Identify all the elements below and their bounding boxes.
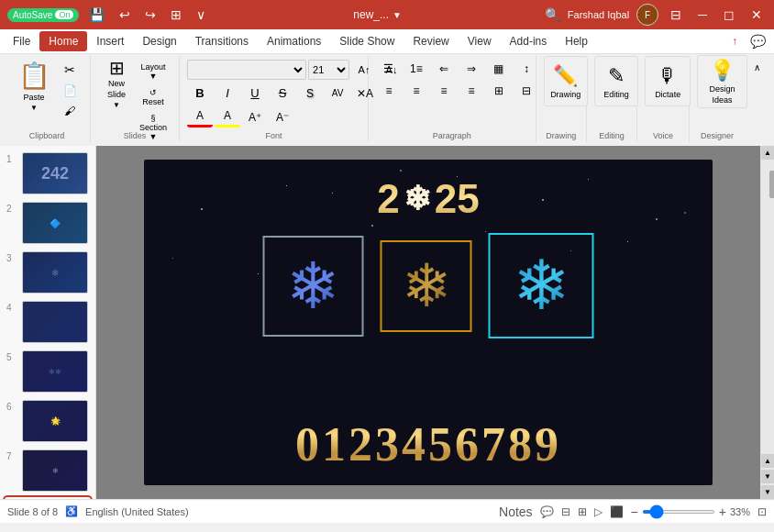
- menu-file[interactable]: File: [4, 31, 39, 51]
- font-name-select[interactable]: [187, 60, 306, 80]
- normal-view-button[interactable]: ⊟: [561, 505, 570, 518]
- restore-button[interactable]: ◻: [719, 6, 739, 24]
- increase-indent-button[interactable]: ⇒: [459, 60, 484, 78]
- slide-sorter-button[interactable]: ⊞: [578, 505, 587, 518]
- autosave-label: AutoSave: [13, 10, 52, 20]
- paragraph-group: ☰ 1≡ ⇐ ⇒ ▦ ↕ ≡ ≡ ≡ ≡ ⊞ ⊟ ⊞ Paragraph: [369, 56, 536, 142]
- slide-thumb-3: ❄: [22, 251, 88, 294]
- editing-button[interactable]: ✎ Editing: [594, 56, 638, 106]
- title-bar-center: new_... ▼: [353, 8, 402, 21]
- text-direction-button[interactable]: ⊞: [486, 82, 512, 100]
- scroll-down-button[interactable]: ▼: [761, 485, 775, 499]
- ribbon-display[interactable]: ⊟: [666, 6, 686, 24]
- zoom-in-button[interactable]: +: [719, 504, 726, 519]
- strikethrough-button[interactable]: S: [270, 83, 295, 103]
- menu-slideshow[interactable]: Slide Show: [330, 31, 404, 51]
- redo-button[interactable]: ↪: [140, 6, 160, 24]
- align-center-button[interactable]: ≡: [404, 82, 429, 100]
- numbering-button[interactable]: 1≡: [404, 60, 429, 78]
- more-button[interactable]: ∨: [192, 6, 210, 24]
- menu-help[interactable]: Help: [556, 31, 597, 51]
- comments-status-button[interactable]: 💬: [540, 505, 554, 518]
- status-right: Notes 💬 ⊟ ⊞ ▷ ⬛ − + 33% ⊡: [499, 504, 767, 519]
- shadow-button[interactable]: S: [297, 84, 323, 103]
- save-button[interactable]: 💾: [84, 6, 109, 24]
- menu-design[interactable]: Design: [133, 31, 185, 51]
- comments-button[interactable]: 💬: [746, 32, 770, 50]
- menu-review[interactable]: Review: [404, 31, 458, 51]
- menu-insert[interactable]: Insert: [87, 31, 133, 51]
- status-left: Slide 8 of 8 ♿ English (United States): [7, 505, 189, 517]
- font-size-up-button[interactable]: A⁺: [242, 108, 268, 127]
- search-icon[interactable]: 🔍: [545, 7, 560, 22]
- font-size-select[interactable]: 21: [308, 60, 349, 80]
- customize-button[interactable]: ⊞: [166, 6, 186, 24]
- slide-item-3[interactable]: 3 ❄: [5, 249, 91, 295]
- columns-button[interactable]: ▦: [486, 60, 512, 78]
- user-avatar: F: [636, 4, 658, 26]
- reset-button[interactable]: ↺ Reset: [135, 85, 171, 109]
- close-button[interactable]: ✕: [746, 6, 767, 24]
- canvas-area: 2 ❄ 25 ❄ ❄ ❄ 012345: [96, 146, 760, 499]
- zoom-out-button[interactable]: −: [631, 504, 638, 519]
- slide-item-8[interactable]: 8 2✿25 ❄ ❄ ❄ 0123...: [5, 497, 91, 499]
- design-ideas-button[interactable]: 💡 Design Ideas: [697, 55, 747, 108]
- menu-home[interactable]: Home: [39, 31, 87, 51]
- scrollbar: ▲ ▲ ▼ ▼: [760, 146, 774, 499]
- menu-transitions[interactable]: Transitions: [186, 31, 258, 51]
- accessibility-button[interactable]: ♿: [65, 505, 78, 517]
- bullets-button[interactable]: ☰: [376, 60, 402, 78]
- notes-button[interactable]: Notes: [499, 504, 533, 519]
- layout-button[interactable]: Layout ▼: [135, 60, 171, 83]
- zoom-slider[interactable]: [642, 510, 715, 514]
- share-button[interactable]: ↑: [727, 33, 742, 50]
- dictate-button[interactable]: 🎙 Dictate: [645, 56, 691, 106]
- minimize-button[interactable]: ─: [693, 6, 712, 24]
- scroll-thumb[interactable]: [769, 171, 774, 198]
- text-highlight-button[interactable]: A: [215, 106, 240, 127]
- slide-item-1[interactable]: 1 242: [5, 150, 91, 196]
- align-left-button[interactable]: ≡: [376, 82, 402, 100]
- slide-item-5[interactable]: 5 ❄❄: [5, 349, 91, 394]
- reading-view-button[interactable]: ▷: [594, 505, 603, 518]
- format-painter-button[interactable]: 🖌: [57, 102, 83, 120]
- justify-button[interactable]: ≡: [459, 82, 484, 100]
- title-dropdown[interactable]: ▼: [393, 10, 402, 20]
- slide-thumb-5: ❄❄: [22, 350, 88, 393]
- font-color-button[interactable]: A: [187, 106, 213, 127]
- slide-item-4[interactable]: 4: [5, 299, 91, 345]
- slide-item-7[interactable]: 7 ❄: [5, 448, 91, 493]
- paste-button[interactable]: 📋 Paste ▼: [11, 56, 57, 116]
- char-spacing-button[interactable]: AV: [325, 85, 350, 101]
- voice-group: 🎙 Dictate Voice: [637, 56, 690, 142]
- underline-button[interactable]: U: [242, 83, 268, 103]
- font-group: 21 A↑ A↓ B I U S S AV ✕A A A A⁺ A⁻ Font: [180, 56, 369, 142]
- italic-button[interactable]: I: [215, 83, 240, 103]
- drawing-group: ✏️ Drawing Drawing: [536, 56, 587, 142]
- bold-button[interactable]: B: [187, 83, 213, 103]
- copy-button[interactable]: 📄: [57, 82, 83, 100]
- fit-window-button[interactable]: ⊡: [757, 505, 767, 518]
- cut-button[interactable]: ✂: [57, 60, 83, 80]
- ribbon-collapse[interactable]: ∧: [745, 56, 770, 142]
- drawing-button[interactable]: ✏️ Drawing: [544, 56, 588, 106]
- scroll-up-button[interactable]: ▲: [761, 146, 775, 160]
- decrease-indent-button[interactable]: ⇐: [431, 60, 457, 78]
- slide-item-6[interactable]: 6 🌟: [5, 398, 91, 444]
- ribbon-collapse-button[interactable]: ∧: [745, 60, 770, 75]
- zoom-in-scroll[interactable]: ▲: [761, 454, 775, 468]
- undo-button[interactable]: ↩: [115, 6, 135, 24]
- slide-canvas[interactable]: 2 ❄ 25 ❄ ❄ ❄ 012345: [144, 160, 713, 485]
- designer-label: Designer: [690, 131, 745, 140]
- slide-item-2[interactable]: 2 🔷: [5, 200, 91, 246]
- font-size-down-button[interactable]: A⁻: [270, 108, 295, 127]
- menu-view[interactable]: View: [459, 31, 501, 51]
- slideshow-button[interactable]: ⬛: [610, 505, 624, 518]
- menu-addins[interactable]: Add-ins: [501, 31, 557, 51]
- autosave-toggle[interactable]: AutoSave On: [7, 8, 79, 22]
- snowflake-1-icon: ❄: [286, 254, 340, 318]
- menu-animations[interactable]: Animations: [258, 31, 330, 51]
- align-right-button[interactable]: ≡: [431, 82, 457, 100]
- zoom-out-scroll[interactable]: ▼: [761, 470, 775, 483]
- new-slide-button[interactable]: ⊞ New Slide ▼: [98, 56, 135, 111]
